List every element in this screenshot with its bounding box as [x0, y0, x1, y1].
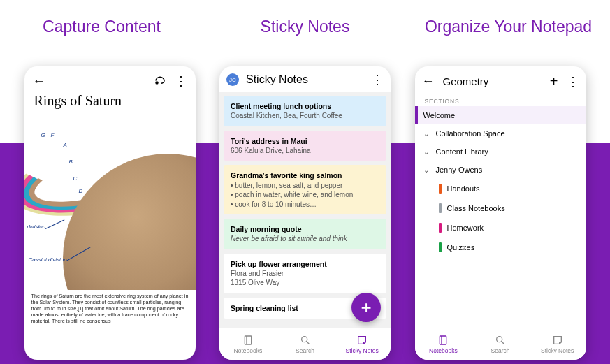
- nav-label: Notebooks: [234, 347, 263, 354]
- back-icon[interactable]: ←: [33, 74, 45, 89]
- label-g: G: [41, 132, 45, 138]
- bottom-nav: Notebooks Search Sticky Notes: [219, 328, 391, 360]
- phone-sticky: JC Sticky Notes ⋮ Client meeting lunch o…: [219, 66, 391, 360]
- note-body: Flora and Frasier 1315 Olive Way: [231, 269, 379, 288]
- section-label: Quizzes: [447, 243, 475, 252]
- label-cassini: Cassini division: [29, 256, 67, 263]
- phone2-title: Sticky Notes: [246, 73, 364, 86]
- phone-organize: ← Geometry + ⋮ SECTIONS Welcome ⌄ Collab…: [415, 66, 586, 360]
- header-sticky: Sticky Notes: [203, 17, 407, 36]
- nav-notebooks[interactable]: Notebooks: [219, 328, 277, 360]
- section-label: Class Notebooks: [447, 204, 505, 212]
- note-title: Grandma's favorite king salmon: [231, 170, 379, 180]
- svg-point-0: [156, 82, 158, 84]
- note-item[interactable]: Grandma's favorite king salmon • butter,…: [224, 165, 386, 214]
- notebook-icon: [437, 335, 449, 346]
- search-icon: [495, 335, 506, 346]
- more-icon[interactable]: ⋮: [175, 78, 187, 85]
- svg-line-4: [307, 342, 309, 344]
- section-jenny[interactable]: ⌄ Jenny Owens: [415, 161, 586, 179]
- label-a: A: [64, 142, 67, 148]
- phone2-header: JC Sticky Notes ⋮: [219, 66, 391, 92]
- nav-sticky[interactable]: Sticky Notes: [529, 328, 586, 360]
- nav-search[interactable]: Search: [277, 328, 334, 360]
- back-icon[interactable]: ←: [422, 74, 435, 89]
- nav-label: Notebooks: [429, 347, 458, 354]
- section-welcome[interactable]: Welcome: [415, 106, 586, 124]
- nav-label: Sticky Notes: [346, 347, 379, 354]
- nav-sticky[interactable]: Sticky Notes: [333, 328, 391, 360]
- annotation-line: [45, 219, 64, 229]
- color-tab-icon: [439, 203, 442, 213]
- note-body: 606 Kalula Drive, Lahaina: [231, 146, 379, 156]
- add-note-fab[interactable]: +: [351, 293, 381, 322]
- sections-heading: SECTIONS: [415, 95, 586, 106]
- lasso-select-icon[interactable]: [154, 73, 166, 89]
- chevron-down-icon: ⌄: [423, 148, 430, 156]
- header-capture: Capture Content: [0, 17, 203, 36]
- section-homework[interactable]: Homework: [415, 218, 586, 238]
- note-item[interactable]: Daily morning quote Never be afraid to s…: [224, 219, 386, 249]
- color-tab-icon: [439, 184, 442, 194]
- chevron-down-icon: ⌄: [423, 130, 430, 138]
- section-classnb[interactable]: Class Notebooks: [415, 198, 586, 218]
- sticky-note-icon: [356, 335, 368, 346]
- search-icon: [300, 335, 311, 346]
- header-row: Capture Content Sticky Notes Organize Yo…: [0, 17, 610, 36]
- svg-line-8: [502, 342, 504, 344]
- sticky-note-icon: [552, 335, 563, 346]
- note-item[interactable]: Pick up flower arrangement Flora and Fra…: [224, 254, 386, 293]
- color-tab-icon: [439, 223, 442, 233]
- label-f: F: [51, 132, 55, 138]
- notebook-icon: [242, 335, 254, 346]
- section-label: Jenny Owens: [436, 166, 483, 174]
- label-c: C: [73, 175, 78, 182]
- svg-rect-1: [245, 336, 251, 344]
- note-body: • butter, lemon, sea salt, and pepper • …: [231, 181, 379, 210]
- note-body: Coastal Kitchen, Bea, Fourth Coffee: [231, 111, 379, 121]
- note-item[interactable]: Client meeting lunch options Coastal Kit…: [224, 96, 386, 126]
- notebook-title: Geometry: [443, 75, 542, 87]
- svg-rect-5: [440, 336, 446, 344]
- nav-label: Search: [491, 347, 510, 354]
- nav-search[interactable]: Search: [472, 328, 529, 360]
- section-quizzes[interactable]: Quizzes: [415, 238, 586, 257]
- header-organize: Organize Your Notepad: [407, 17, 610, 36]
- add-icon[interactable]: +: [550, 73, 558, 89]
- color-tab-icon: [439, 242, 442, 252]
- note-title: Daily morning quote: [231, 224, 379, 234]
- nav-label: Sticky Notes: [541, 347, 574, 354]
- more-icon[interactable]: ⋮: [371, 76, 384, 83]
- note-title[interactable]: Rings of Saturn: [24, 89, 196, 112]
- section-handouts[interactable]: Handouts: [415, 179, 586, 198]
- label-division: division: [27, 224, 46, 230]
- note-body: Never be afraid to sit awhile and think: [231, 234, 379, 244]
- svg-point-7: [497, 336, 502, 342]
- more-icon[interactable]: ⋮: [567, 78, 579, 85]
- section-label: Welcome: [423, 111, 456, 119]
- chevron-down-icon: ⌄: [423, 166, 430, 174]
- section-library[interactable]: ⌄ Content Library: [415, 143, 586, 161]
- note-title: Client meeting lunch options: [231, 101, 379, 111]
- section-label: Content Library: [436, 147, 488, 156]
- avatar[interactable]: JC: [226, 73, 239, 86]
- saturn-illustration: G F A B C D division Cassini division: [24, 115, 196, 290]
- note-item[interactable]: Tori's address in Maui 606 Kalula Drive,…: [224, 131, 386, 161]
- bottom-nav: Notebooks Search Sticky Notes: [415, 328, 586, 360]
- phone-capture: ← ⋮ Rings of Saturn G F A B C D division…: [24, 66, 196, 360]
- note-title: Tori's address in Maui: [231, 136, 379, 146]
- section-label: Collaboration Space: [436, 129, 505, 138]
- section-label: Homework: [447, 224, 484, 232]
- phone3-header: ← Geometry + ⋮: [415, 66, 586, 95]
- section-list: Welcome ⌄ Collaboration Space ⌄ Content …: [415, 106, 586, 257]
- phones-row: ← ⋮ Rings of Saturn G F A B C D division…: [0, 66, 610, 360]
- note-title: Pick up flower arrangement: [231, 259, 379, 269]
- label-d: D: [79, 188, 83, 194]
- nav-notebooks[interactable]: Notebooks: [415, 328, 472, 360]
- note-paragraph[interactable]: The rings of Saturn are the most extensi…: [24, 290, 196, 324]
- section-label: Handouts: [447, 184, 480, 193]
- label-b: B: [69, 159, 73, 165]
- section-collab[interactable]: ⌄ Collaboration Space: [415, 124, 586, 143]
- nav-label: Search: [296, 347, 314, 354]
- svg-point-3: [301, 336, 307, 342]
